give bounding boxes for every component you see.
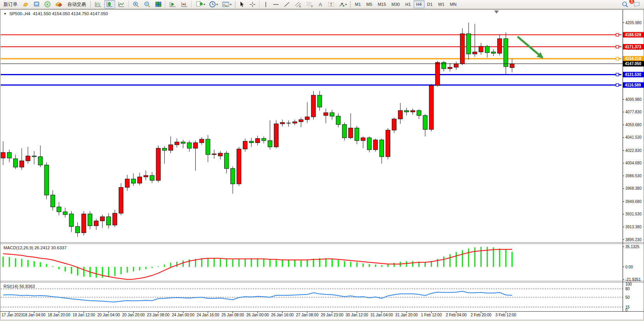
horizontal-line-objects[interactable] bbox=[1, 35, 621, 85]
svg-text:100: 100 bbox=[625, 282, 632, 286]
chevron-down-icon[interactable]: ▼ bbox=[4, 12, 7, 16]
svg-text:4188.528: 4188.528 bbox=[625, 33, 641, 37]
svg-text:20 Jan 20:00: 20 Jan 20:00 bbox=[122, 313, 145, 317]
svg-text:4147.050: 4147.050 bbox=[625, 62, 641, 66]
price-chart[interactable]: 4205.9804187.8304169.1304150.9804132.830… bbox=[0, 0, 644, 321]
svg-text:17 Jan 2023: 17 Jan 2023 bbox=[2, 313, 23, 317]
svg-text:31 Jan 20:00: 31 Jan 20:00 bbox=[395, 313, 418, 317]
svg-text:4041.530: 4041.530 bbox=[625, 135, 642, 139]
chart-shift-marker bbox=[494, 11, 499, 14]
svg-text:80: 80 bbox=[625, 287, 630, 291]
svg-text:4116.589: 4116.589 bbox=[625, 83, 641, 87]
price-level-label: 4116.589 bbox=[623, 82, 644, 88]
svg-text:3986.530: 3986.530 bbox=[625, 174, 642, 178]
price-level-label: 4131.530 bbox=[623, 72, 644, 77]
svg-text:4077.830: 4077.830 bbox=[625, 110, 642, 114]
svg-text:20 Jan 04:00: 20 Jan 04:00 bbox=[97, 313, 120, 317]
svg-text:2 Feb 04:00: 2 Feb 04:00 bbox=[446, 313, 467, 317]
svg-text:4154.218: 4154.218 bbox=[625, 56, 641, 61]
svg-text:3949.680: 3949.680 bbox=[625, 199, 642, 204]
svg-text:0: 0 bbox=[625, 308, 628, 312]
price-level-label: 4154.218 bbox=[623, 56, 644, 62]
macd-indicator-label: MACD(12,26,9) 26.2412 30.6337 bbox=[4, 245, 67, 250]
price-axis: 4205.9804187.8304169.1304150.9804132.830… bbox=[623, 21, 642, 242]
svg-text:18 Jan 04:00: 18 Jan 04:00 bbox=[23, 313, 46, 317]
svg-text:4095.980: 4095.980 bbox=[625, 97, 642, 102]
line-endpoint-marker bbox=[616, 46, 619, 48]
svg-text:19 Jan 12:00: 19 Jan 12:00 bbox=[72, 313, 95, 317]
svg-text:-21.9351: -21.9351 bbox=[625, 277, 641, 282]
macd-pane[interactable]: 35.13250.00-21.9351 bbox=[3, 245, 641, 282]
svg-text:3931.530: 3931.530 bbox=[625, 212, 642, 216]
svg-text:1 Feb 12:00: 1 Feb 12:00 bbox=[421, 313, 442, 317]
svg-text:4059.680: 4059.680 bbox=[625, 123, 642, 127]
price-level-label: 4188.528 bbox=[623, 32, 644, 37]
svg-text:18 Jan 20:00: 18 Jan 20:00 bbox=[48, 313, 70, 317]
price-level-label: 4171.373 bbox=[623, 44, 644, 49]
svg-text:4171.373: 4171.373 bbox=[625, 45, 641, 49]
svg-text:4131.530: 4131.530 bbox=[625, 72, 641, 77]
svg-text:0.00: 0.00 bbox=[625, 265, 633, 269]
line-endpoint-marker bbox=[616, 84, 619, 86]
svg-text:4022.830: 4022.830 bbox=[625, 148, 642, 153]
chart-title: ▼ SP500-,H4 4141.550 4154.050 4134.750 4… bbox=[4, 11, 108, 16]
time-axis: 17 Jan 202318 Jan 04:0018 Jan 20:0019 Ja… bbox=[2, 312, 516, 317]
line-endpoint-marker bbox=[616, 57, 619, 60]
svg-text:23 Jan 08:00: 23 Jan 08:00 bbox=[147, 313, 170, 317]
line-endpoint-marker bbox=[616, 73, 619, 76]
rsi-pane[interactable]: 1008050150 bbox=[1, 282, 632, 312]
svg-text:50: 50 bbox=[625, 295, 630, 300]
svg-text:4205.980: 4205.980 bbox=[625, 21, 642, 25]
current-price-label: 4147.050 bbox=[623, 61, 644, 67]
svg-text:29 Jan 23:00: 29 Jan 23:00 bbox=[321, 313, 343, 317]
svg-text:31 Jan 04:00: 31 Jan 04:00 bbox=[370, 313, 393, 317]
svg-text:3968.380: 3968.380 bbox=[625, 186, 642, 190]
rsi-line bbox=[3, 291, 512, 302]
svg-text:2 Feb 20:00: 2 Feb 20:00 bbox=[470, 313, 491, 317]
svg-text:4004.680: 4004.680 bbox=[625, 161, 642, 165]
svg-text:25 Jan 08:00: 25 Jan 08:00 bbox=[221, 313, 244, 317]
svg-text:3913.380: 3913.380 bbox=[625, 225, 642, 229]
candlesticks[interactable] bbox=[1, 23, 514, 237]
svg-text:26 Jan 00:00: 26 Jan 00:00 bbox=[246, 313, 269, 317]
svg-text:30 Jan 12:00: 30 Jan 12:00 bbox=[346, 313, 368, 317]
line-endpoint-marker bbox=[616, 34, 619, 36]
svg-text:24 Jan 00:00: 24 Jan 00:00 bbox=[172, 313, 195, 317]
svg-text:24 Jan 16:00: 24 Jan 16:00 bbox=[197, 313, 219, 317]
svg-text:26 Jan 16:00: 26 Jan 16:00 bbox=[271, 313, 294, 317]
chart-ohlc-quotes: 4141.550 4154.050 4134.750 4147.050 bbox=[33, 11, 108, 16]
svg-text:3895.230: 3895.230 bbox=[625, 238, 642, 242]
chart-symbol-period: SP500-,H4 bbox=[9, 11, 30, 16]
rsi-indicator-label: RSI(14) 56.8363 bbox=[4, 284, 35, 289]
svg-text:27 Jan 08:00: 27 Jan 08:00 bbox=[296, 313, 319, 317]
svg-text:3 Feb 12:00: 3 Feb 12:00 bbox=[495, 313, 516, 317]
svg-text:35.1325: 35.1325 bbox=[625, 245, 640, 249]
